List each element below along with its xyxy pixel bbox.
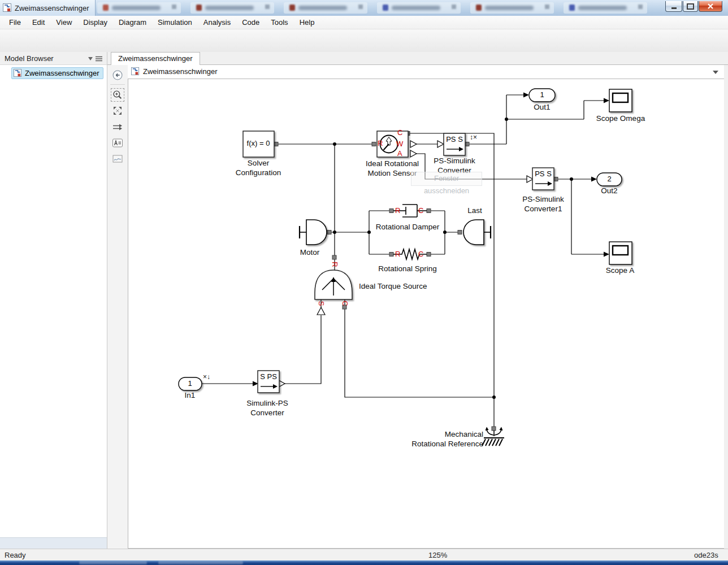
maximize-button[interactable]: [683, 1, 698, 12]
model-browser-panel: Zweimassenschwinger: [0, 65, 107, 549]
menu-display[interactable]: Display: [77, 16, 113, 28]
menu-simulation[interactable]: Simulation: [152, 16, 198, 28]
zoom-tool-button[interactable]: [111, 89, 124, 101]
menu-bar: File Edit View Display Diagram Simulatio…: [0, 16, 728, 29]
out1-number: 1: [540, 91, 544, 99]
title-tab-blurred[interactable]: [284, 2, 367, 14]
minimize-button[interactable]: [665, 1, 682, 12]
sensor-port-c: C: [397, 129, 402, 136]
in1-number: 1: [188, 380, 192, 388]
breadcrumb-dropdown-icon[interactable]: [713, 71, 718, 74]
breadcrumb[interactable]: Zweimassenschwinger: [131, 67, 218, 76]
close-button[interactable]: [699, 1, 722, 12]
zoom-in-icon: [112, 90, 123, 100]
torque-source-block[interactable]: [315, 270, 352, 299]
reference-label-2: Rotational Reference: [359, 440, 483, 449]
image-annotation-button[interactable]: [111, 153, 124, 165]
title-tab-active[interactable]: Zweimassenschwinger: [0, 0, 96, 16]
torque-port-s: S: [318, 301, 325, 306]
last-inertia-block[interactable]: [463, 220, 491, 245]
scope-omega-label: Scope Omega: [596, 114, 645, 123]
solver-expression: f(x) = 0: [247, 140, 270, 147]
ps-converter-label-1: PS-Simulink: [434, 157, 475, 166]
title-tab-blurred[interactable]: [377, 2, 461, 14]
reference-label-1: Mechanical: [370, 430, 483, 439]
scope-omega-block[interactable]: [609, 89, 632, 112]
torque-port-r: R: [331, 262, 339, 267]
signal-arrows-icon: [112, 123, 123, 132]
annotation-button[interactable]: [111, 137, 124, 149]
sensor-port-a: A: [397, 150, 402, 157]
sensor-port-r: R: [378, 140, 383, 147]
close-icon: [708, 3, 713, 9]
title-tab-blurred[interactable]: [190, 2, 274, 14]
model-browser-header: Model Browser: [0, 52, 107, 65]
right-gutter: [724, 65, 728, 549]
in1-label: In1: [185, 391, 196, 400]
last-label: Last: [467, 206, 482, 215]
title-bar: Zweimassenschwinger: [0, 0, 728, 16]
palette-strip: «: [107, 65, 128, 549]
simulink-model-icon: [131, 67, 140, 76]
menu-help[interactable]: Help: [294, 16, 320, 28]
ps-converter1-label-2: Converter1: [525, 205, 562, 214]
diagram-layer: f(x) = 0 PS S PS S S PS 1 2 1 Solver Con…: [128, 80, 723, 548]
solver-label-1: Solver: [248, 159, 269, 168]
snipping-tool-ghost-text: Fenster ausschneiden: [411, 172, 482, 186]
menu-edit[interactable]: Edit: [27, 16, 50, 28]
signal-routing-button[interactable]: [111, 121, 124, 133]
motor-label: Motor: [300, 248, 320, 257]
status-bar: Ready 125% ode23s: [0, 549, 728, 560]
in1-signal-marker: ×↓: [203, 373, 210, 380]
model-browser-title: Model Browser: [5, 54, 54, 63]
fit-to-view-button[interactable]: [111, 105, 124, 117]
simulink-ps-label-2: Converter: [250, 408, 284, 418]
maximize-icon: [687, 3, 694, 10]
torque-port-c: C: [341, 301, 349, 306]
ps-converter1-text: PS S: [535, 170, 552, 178]
spring-label: Rotational Spring: [378, 264, 437, 273]
status-zoom-level: 125%: [428, 551, 447, 559]
toolbar: Normal: [0, 29, 728, 53]
editor-tab-active[interactable]: Zweimassenschwinger: [111, 52, 200, 65]
title-tab-blurred[interactable]: [564, 2, 647, 14]
panel-scroll-track[interactable]: [0, 537, 107, 549]
scope-screen-icon: [613, 93, 628, 102]
hide-breadcrumb-button[interactable]: [111, 69, 124, 81]
fit-to-view-icon: [112, 106, 123, 116]
menu-tools[interactable]: Tools: [265, 16, 293, 28]
tree-item-model-root[interactable]: Zweimassenschwinger: [11, 67, 103, 79]
scope-a-block[interactable]: [609, 242, 632, 264]
out2-number: 2: [607, 175, 611, 183]
simulink-ps-text: S PS: [260, 373, 277, 381]
solver-label-2: Configuration: [236, 168, 281, 177]
editor-tab-label: Zweimassenschwinger: [118, 54, 193, 63]
menu-view[interactable]: View: [50, 16, 77, 28]
menu-diagram[interactable]: Diagram: [113, 16, 152, 28]
damper-port-r: R: [395, 207, 400, 214]
menu-file[interactable]: File: [3, 16, 27, 28]
out2-label: Out2: [601, 186, 617, 195]
minimize-icon: [671, 7, 677, 9]
simulink-model-icon: [14, 69, 22, 77]
spring-port-r: R: [395, 250, 400, 258]
tree-item-label: Zweimassenschwinger: [25, 69, 99, 77]
out1-label: Out1: [534, 103, 550, 112]
menu-code[interactable]: Code: [236, 16, 265, 28]
title-tab-blurred[interactable]: [470, 2, 554, 14]
ps-converter1-label-1: PS-Simulink: [522, 195, 564, 204]
breadcrumb-bar: Zweimassenschwinger: [128, 65, 724, 79]
sensor-port-w: W: [396, 140, 403, 147]
diagram-graphics[interactable]: [128, 80, 723, 548]
title-tab-blurred[interactable]: [97, 2, 181, 14]
editor-tab-bar: Zweimassenschwinger: [107, 52, 728, 65]
breadcrumb-label: Zweimassenschwinger: [143, 67, 218, 76]
panel-menu-icon[interactable]: [88, 56, 103, 62]
windows-taskbar[interactable]: [0, 560, 728, 565]
ps-converter-signal-marker: ↕×: [470, 134, 477, 141]
damper-label: Rotational Damper: [376, 223, 440, 232]
status-solver-name: ode23s: [694, 551, 718, 559]
motor-inertia-block[interactable]: [300, 220, 327, 245]
menu-analysis[interactable]: Analysis: [198, 16, 236, 28]
torque-source-label: Ideal Torque Source: [359, 282, 427, 291]
